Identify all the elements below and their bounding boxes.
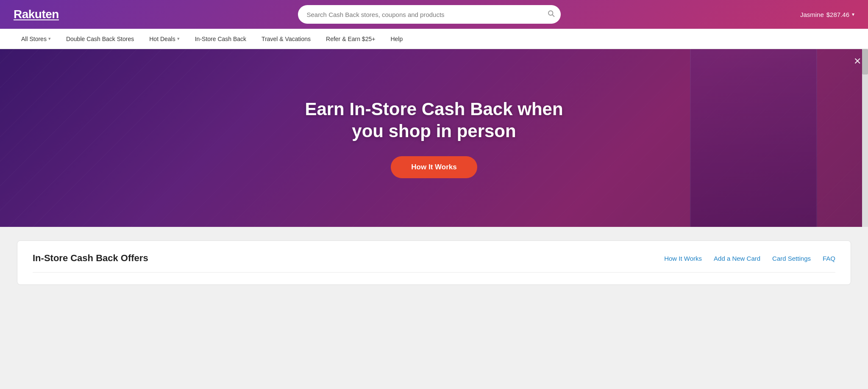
how-it-works-link[interactable]: How It Works xyxy=(664,255,702,262)
nav-label-instore-cash-back: In-Store Cash Back xyxy=(195,36,246,42)
user-balance: $287.46 xyxy=(826,11,849,18)
hero-banner: Earn In-Store Cash Back when you shop in… xyxy=(0,49,868,227)
nav-item-all-stores[interactable]: All Stores ▾ xyxy=(14,29,58,49)
close-icon: ✕ xyxy=(854,56,861,66)
user-account[interactable]: Jasmine $287.46 ▾ xyxy=(800,11,854,18)
nav-label-double-cash-back: Double Cash Back Stores xyxy=(66,36,134,42)
nav-item-refer[interactable]: Refer & Earn $25+ xyxy=(318,29,383,49)
nav-label-refer: Refer & Earn $25+ xyxy=(326,36,375,42)
hero-title: Earn In-Store Cash Back when you shop in… xyxy=(296,98,572,143)
nav-label-hot-deals: Hot Deals xyxy=(149,36,175,42)
nav-item-travel[interactable]: Travel & Vacations xyxy=(254,29,318,49)
chevron-down-icon: ▾ xyxy=(48,36,51,41)
svg-line-1 xyxy=(553,15,554,17)
header: Rakuten Jasmine $287.46 ▾ xyxy=(0,0,868,29)
search-icon-button[interactable] xyxy=(547,10,555,19)
card-divider xyxy=(33,272,835,273)
nav-item-hot-deals[interactable]: Hot Deals ▾ xyxy=(142,29,187,49)
nav-label-all-stores: All Stores xyxy=(21,36,47,42)
card-links: How It Works Add a New Card Card Setting… xyxy=(664,255,835,262)
faq-link[interactable]: FAQ xyxy=(823,255,835,262)
instore-section: In-Store Cash Back Offers How It Works A… xyxy=(0,227,868,298)
nav-item-help[interactable]: Help xyxy=(383,29,410,49)
chevron-down-icon: ▾ xyxy=(177,36,180,41)
user-name: Jasmine xyxy=(800,11,824,18)
scrollbar-thumb[interactable] xyxy=(862,49,868,74)
scrollbar[interactable] xyxy=(862,49,868,227)
search-bar xyxy=(298,5,561,24)
rakuten-logo[interactable]: Rakuten xyxy=(14,8,59,21)
instore-card: In-Store Cash Back Offers How It Works A… xyxy=(17,240,851,285)
hero-close-button[interactable]: ✕ xyxy=(854,56,861,67)
add-new-card-link[interactable]: Add a New Card xyxy=(714,255,760,262)
hero-cta-button[interactable]: How It Works xyxy=(391,156,477,178)
card-title: In-Store Cash Back Offers xyxy=(33,253,148,264)
search-icon xyxy=(547,10,555,17)
card-settings-link[interactable]: Card Settings xyxy=(772,255,811,262)
nav-item-instore-cash-back[interactable]: In-Store Cash Back xyxy=(187,29,254,49)
main-nav: All Stores ▾ Double Cash Back Stores Hot… xyxy=(0,29,868,49)
chevron-down-icon: ▾ xyxy=(852,11,854,17)
nav-label-help: Help xyxy=(390,36,403,42)
card-header: In-Store Cash Back Offers How It Works A… xyxy=(33,253,835,272)
hero-content: Earn In-Store Cash Back when you shop in… xyxy=(0,49,868,227)
nav-label-travel: Travel & Vacations xyxy=(262,36,311,42)
search-input[interactable] xyxy=(298,5,561,24)
nav-item-double-cash-back[interactable]: Double Cash Back Stores xyxy=(58,29,142,49)
